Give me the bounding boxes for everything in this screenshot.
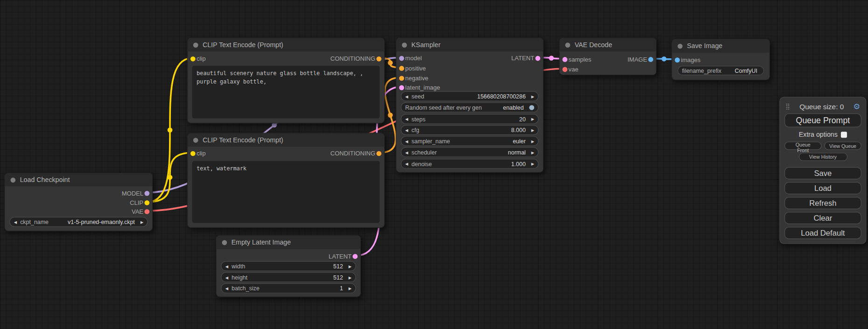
widget-batch-size[interactable]: batch_size 1 (221, 283, 356, 293)
decrement-arrow-icon[interactable] (405, 162, 408, 166)
load-default-button[interactable]: Load Default (784, 227, 861, 239)
widget-value: v1-5-pruned-emaonly.ckpt (52, 218, 137, 225)
widget-seed[interactable]: seed 156680208700286 (401, 91, 538, 101)
decrement-arrow-icon[interactable] (405, 150, 408, 154)
port-vae-output[interactable] (144, 209, 149, 214)
port-model-output[interactable] (144, 191, 149, 196)
port-conditioning-output[interactable] (376, 151, 381, 156)
queue-prompt-button[interactable]: Queue Prompt (784, 113, 861, 127)
port-samples-input[interactable] (563, 57, 568, 62)
node-title: Save Image (687, 42, 722, 50)
node-titlebar[interactable]: VAE Decode (560, 38, 656, 51)
node-graph-canvas[interactable]: Load Checkpoint MODEL CLIP VAE ckpt_name… (0, 0, 868, 329)
port-model-input[interactable] (399, 56, 404, 61)
port-conditioning-output[interactable] (376, 56, 381, 62)
link-midpoint-dot (662, 56, 667, 62)
save-button[interactable]: Save (784, 167, 861, 179)
input-label-vae: vae (569, 65, 579, 73)
widget-cfg[interactable]: cfg 8.000 (401, 125, 538, 135)
settings-gear-icon[interactable] (854, 102, 861, 111)
collapse-dot-icon[interactable] (222, 240, 227, 245)
toggle-on-icon[interactable] (529, 105, 534, 110)
widget-ckpt-name[interactable]: ckpt_name v1-5-pruned-emaonly.ckpt (9, 217, 148, 227)
collapse-dot-icon[interactable] (193, 138, 198, 143)
widget-width[interactable]: width 512 (221, 261, 356, 271)
increment-arrow-icon[interactable] (531, 117, 534, 121)
increment-arrow-icon[interactable] (531, 128, 534, 132)
node-titlebar[interactable]: Save Image (672, 39, 769, 52)
widget-random-seed-toggle[interactable]: Random seed after every gen enabled (401, 102, 538, 112)
collapse-dot-icon[interactable] (11, 177, 16, 182)
refresh-button[interactable]: Refresh (784, 197, 861, 209)
increment-arrow-icon[interactable] (141, 220, 143, 224)
collapse-dot-icon[interactable] (193, 42, 198, 48)
port-positive-input[interactable] (399, 66, 404, 71)
widget-height[interactable]: height 512 (221, 272, 356, 282)
collapse-dot-icon[interactable] (402, 42, 407, 48)
decrement-arrow-icon[interactable] (226, 287, 228, 290)
decrement-arrow-icon[interactable] (405, 139, 408, 143)
port-latent-output[interactable] (353, 254, 358, 259)
widget-filename-prefix[interactable]: filename_prefix ComfyUI (677, 66, 764, 75)
positive-prompt-textarea[interactable]: beautiful scenery nature glass bottle la… (192, 66, 380, 119)
widget-scheduler[interactable]: scheduler normal (401, 147, 538, 157)
port-clip-output[interactable] (144, 200, 149, 205)
increment-arrow-icon[interactable] (348, 287, 351, 290)
port-clip-input[interactable] (191, 151, 196, 156)
output-label-image: IMAGE (628, 56, 647, 63)
port-latent-output[interactable] (535, 56, 540, 61)
clear-button[interactable]: Clear (784, 212, 861, 224)
port-images-input[interactable] (675, 57, 680, 63)
history-row: View History (784, 153, 861, 161)
view-history-button[interactable]: View History (798, 153, 847, 161)
collapse-dot-icon[interactable] (565, 42, 570, 48)
view-queue-button[interactable]: View Queue (824, 142, 861, 150)
port-latent-image-input[interactable] (399, 85, 404, 91)
decrement-arrow-icon[interactable] (226, 264, 228, 268)
widget-label: ckpt_name (20, 218, 49, 225)
decrement-arrow-icon[interactable] (14, 220, 17, 224)
drag-handle-icon[interactable] (785, 103, 790, 110)
input-label-clip: clip (197, 55, 206, 63)
port-negative-input[interactable] (399, 76, 404, 81)
widget-label: Random seed after every gen (405, 104, 500, 111)
widget-value: 1 (263, 285, 346, 292)
node-titlebar[interactable]: Load Checkpoint (5, 173, 152, 186)
increment-arrow-icon[interactable] (531, 162, 534, 166)
node-titlebar[interactable]: CLIP Text Encode (Prompt) (188, 133, 384, 147)
node-titlebar[interactable]: Empty Latent Image (217, 236, 360, 249)
widget-sampler-name[interactable]: sampler_name euler (401, 136, 538, 146)
increment-arrow-icon[interactable] (531, 150, 534, 154)
queue-front-button[interactable]: Queue Front (784, 142, 821, 150)
increment-arrow-icon[interactable] (348, 275, 351, 279)
decrement-arrow-icon[interactable] (405, 94, 408, 98)
extra-options-checkbox[interactable] (841, 132, 847, 138)
widget-value: 512 (248, 263, 345, 269)
port-clip-input[interactable] (191, 56, 196, 62)
node-titlebar[interactable]: CLIP Text Encode (Prompt) (188, 38, 384, 51)
widget-value: euler (453, 138, 528, 144)
increment-arrow-icon[interactable] (531, 139, 534, 143)
port-vae-input[interactable] (563, 67, 568, 72)
node-empty-latent-image[interactable]: Empty Latent Image LATENT width 512 heig… (216, 235, 361, 297)
increment-arrow-icon[interactable] (348, 264, 351, 268)
node-clip-text-encode-negative[interactable]: CLIP Text Encode (Prompt) clip CONDITION… (187, 133, 385, 228)
decrement-arrow-icon[interactable] (405, 128, 408, 132)
collapse-dot-icon[interactable] (677, 43, 683, 49)
decrement-arrow-icon[interactable] (405, 117, 408, 121)
widget-denoise[interactable]: denoise 1.000 (401, 159, 538, 168)
decrement-arrow-icon[interactable] (226, 275, 228, 279)
widget-steps[interactable]: steps 20 (401, 114, 538, 124)
output-label-conditioning: CONDITIONING (330, 55, 375, 63)
node-load-checkpoint[interactable]: Load Checkpoint MODEL CLIP VAE ckpt_name… (4, 173, 153, 231)
node-clip-text-encode-positive[interactable]: CLIP Text Encode (Prompt) clip CONDITION… (187, 38, 385, 124)
node-ksampler[interactable]: KSampler model positive negative latent_… (396, 38, 544, 173)
negative-prompt-textarea[interactable]: text, watermark (192, 161, 380, 223)
load-button[interactable]: Load (784, 182, 861, 194)
port-image-output[interactable] (648, 57, 653, 62)
node-vae-decode[interactable]: VAE Decode samples vae IMAGE (559, 38, 656, 76)
node-save-image[interactable]: Save Image images filename_prefix ComfyU… (671, 39, 770, 80)
increment-arrow-icon[interactable] (531, 94, 534, 98)
widget-label: cfg (411, 127, 419, 133)
node-titlebar[interactable]: KSampler (396, 38, 543, 51)
